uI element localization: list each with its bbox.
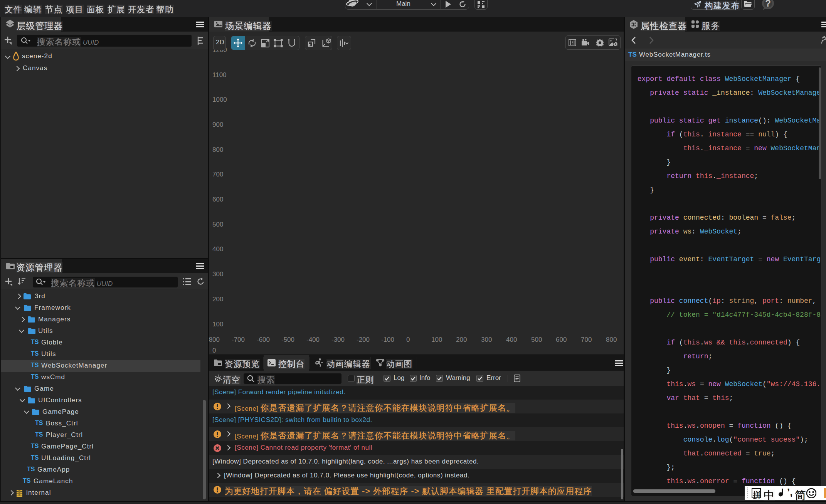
svg-text:?: ? — [765, 0, 771, 8]
